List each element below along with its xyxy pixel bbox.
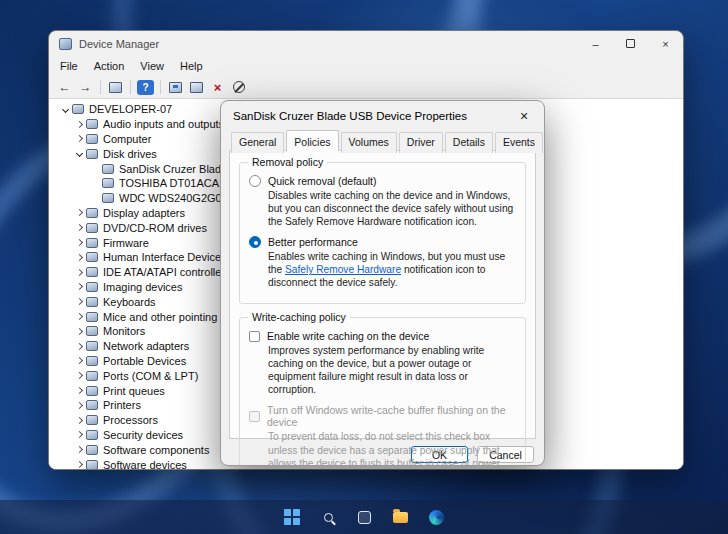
tree-item-label: Software devices [103, 459, 187, 469]
tab-general[interactable]: General [231, 132, 284, 153]
edge-icon[interactable] [426, 507, 446, 527]
disk-icon [86, 149, 98, 159]
maximize-button[interactable] [613, 31, 648, 56]
chevron-right-icon[interactable] [73, 225, 85, 230]
window-title: Device Manager [79, 38, 159, 50]
chevron-right-icon[interactable] [73, 122, 85, 127]
menu-file[interactable]: File [52, 58, 86, 74]
chevron-right-icon[interactable] [73, 136, 85, 141]
safely-remove-hardware-link[interactable]: Safely Remove Hardware [285, 264, 401, 275]
removal-policy-group: Removal policy Quick removal (default) D… [239, 162, 526, 304]
tree-item-label: Mice and other pointing de [103, 311, 233, 323]
chevron-right-icon[interactable] [73, 270, 85, 275]
help-icon[interactable]: ? [137, 80, 154, 95]
tree-item-label: Portable Devices [103, 355, 186, 367]
chevron-right-icon[interactable] [73, 314, 85, 319]
disk-icon [102, 164, 114, 174]
disable-device-icon[interactable] [230, 79, 247, 96]
quick-removal-radio[interactable] [249, 175, 261, 187]
imaging-icon [86, 282, 98, 292]
tab-strip: General Policies Volumes Driver Details … [229, 130, 536, 151]
portable-device-icon [86, 356, 98, 366]
chevron-right-icon[interactable] [73, 299, 85, 304]
tab-events[interactable]: Events [495, 132, 543, 153]
tab-details[interactable]: Details [445, 132, 493, 153]
chevron-down-icon[interactable] [59, 107, 71, 112]
tree-item-label: Computer [103, 133, 151, 145]
better-performance-radio[interactable] [249, 236, 261, 248]
chevron-right-icon[interactable] [73, 358, 85, 363]
chevron-right-icon[interactable] [73, 418, 85, 423]
tree-item-label: Ports (COM & LPT) [103, 370, 198, 382]
enable-write-caching-option[interactable]: Enable write caching on the device [249, 330, 516, 342]
start-icon[interactable] [282, 507, 302, 527]
file-explorer-icon[interactable] [390, 507, 410, 527]
write-caching-group-label: Write-caching policy [248, 311, 350, 323]
close-button[interactable]: × [648, 31, 683, 56]
tree-item-label: Imaging devices [103, 281, 183, 293]
dvd-icon [86, 223, 98, 233]
better-performance-option[interactable]: Better performance [249, 236, 516, 248]
ports-icon [86, 371, 98, 381]
software-component-icon [86, 445, 98, 455]
chevron-right-icon[interactable] [73, 344, 85, 349]
tree-item-label: Print queues [103, 385, 165, 397]
menu-help[interactable]: Help [172, 58, 211, 74]
chevron-right-icon[interactable] [73, 373, 85, 378]
tab-driver[interactable]: Driver [399, 132, 443, 153]
computer-icon [86, 134, 98, 144]
computer-icon [72, 104, 84, 114]
print-queue-icon [86, 386, 98, 396]
chevron-right-icon[interactable] [73, 329, 85, 334]
menu-view[interactable]: View [132, 58, 172, 74]
dialog-title-bar: SanDisk Cruzer Blade USB Device Properti… [221, 101, 544, 130]
menu-action[interactable]: Action [86, 58, 133, 74]
forward-icon[interactable]: → [77, 79, 94, 96]
chevron-right-icon[interactable] [73, 432, 85, 437]
chevron-right-icon[interactable] [73, 240, 85, 245]
device-manager-icon [59, 38, 72, 50]
enable-write-caching-checkbox[interactable] [249, 331, 260, 342]
software-device-icon [86, 460, 98, 469]
show-console-tree-icon[interactable] [107, 79, 124, 96]
update-driver-icon[interactable] [188, 79, 205, 96]
chevron-right-icon[interactable] [73, 403, 85, 408]
disk-icon [102, 178, 114, 188]
tab-volumes[interactable]: Volumes [341, 132, 397, 153]
search-icon[interactable] [318, 507, 338, 527]
title-bar: Device Manager – × [49, 31, 683, 56]
chevron-right-icon[interactable] [73, 447, 85, 452]
update-driver-glyph [190, 82, 203, 93]
task-view-icon[interactable] [354, 507, 374, 527]
back-icon[interactable]: ← [56, 79, 73, 96]
turn-off-flushing-checkbox [249, 411, 260, 422]
quick-removal-option[interactable]: Quick removal (default) [249, 175, 516, 187]
network-icon [86, 341, 98, 351]
chevron-right-icon[interactable] [73, 255, 85, 260]
security-icon [86, 430, 98, 440]
scan-hardware-changes-icon[interactable] [167, 79, 184, 96]
chevron-right-icon[interactable] [73, 284, 85, 289]
firmware-icon [86, 238, 98, 248]
tab-policies[interactable]: Policies [286, 130, 338, 151]
removal-policy-group-label: Removal policy [248, 156, 327, 168]
minimize-button[interactable]: – [578, 31, 613, 56]
tree-item-label: Disk drives [103, 148, 157, 160]
audio-icon [86, 119, 98, 129]
keyboard-icon [86, 297, 98, 307]
turn-off-flushing-option: Turn off Windows write-cache buffer flus… [249, 404, 516, 428]
maximize-icon [626, 39, 635, 48]
chevron-right-icon[interactable] [73, 210, 85, 215]
search-glyph [324, 513, 333, 522]
chevron-right-icon[interactable] [73, 388, 85, 393]
uninstall-device-icon[interactable]: × [209, 79, 226, 96]
dialog-close-button[interactable]: × [504, 101, 544, 130]
tree-item-label: Processors [103, 414, 158, 426]
window-controls: – × [578, 31, 683, 56]
chevron-down-icon[interactable] [73, 151, 85, 156]
tree-item-label: DVD/CD-ROM drives [103, 222, 207, 234]
chevron-right-icon[interactable] [73, 462, 85, 467]
write-caching-policy-group: Write-caching policy Enable write cachin… [239, 317, 526, 466]
start-glyph [284, 509, 300, 525]
toolbar-separator [160, 80, 161, 94]
